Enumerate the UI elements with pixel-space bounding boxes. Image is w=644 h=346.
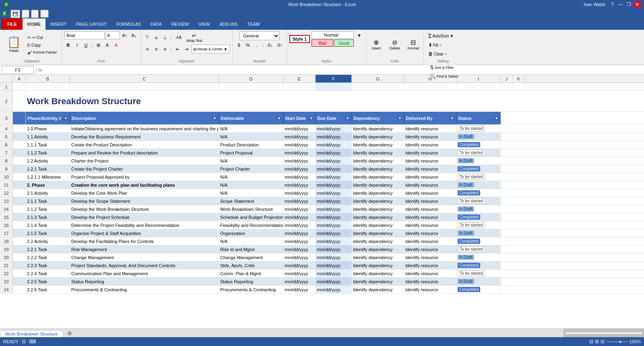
cell-due-12[interactable]: mm/dd/yyyy: [316, 189, 352, 197]
cell-b24[interactable]: [13, 286, 26, 293]
redo-button[interactable]: ↪: [31, 10, 39, 18]
cell-start-22[interactable]: mm/dd/yyyy: [283, 270, 316, 277]
paste-button[interactable]: 📋 Paste: [4, 33, 24, 55]
customize-qa-button[interactable]: ▼: [40, 10, 49, 18]
cell-by-7[interactable]: Identify resource: [404, 149, 456, 157]
sheet-tab-wbs[interactable]: Work Breakdown Structure: [0, 330, 63, 337]
cell-dep-23[interactable]: Identify dependency: [352, 278, 404, 285]
increase-font-button[interactable]: A↑: [121, 31, 129, 39]
cell-dep-7[interactable]: Identify dependency: [352, 149, 404, 157]
cell-e1[interactable]: [283, 83, 316, 91]
number-format-select[interactable]: General Number Currency Date Text: [239, 31, 280, 40]
cell-phase-18[interactable]: 2.2 Activity: [26, 237, 70, 245]
cell-by-14[interactable]: Identify resource: [404, 205, 456, 213]
cell-phase-12[interactable]: 2.1 Activity: [26, 189, 70, 197]
cell-due-19[interactable]: mm/dd/yyyy: [316, 245, 352, 253]
bad-style-button[interactable]: Bad: [312, 39, 333, 47]
cell-dep-21[interactable]: Identify dependency: [352, 262, 404, 269]
cell-by-23[interactable]: Identify resource: [404, 278, 456, 285]
cell-desc-10[interactable]: Project Proposal Approved by: [70, 173, 219, 181]
cell-b1[interactable]: [26, 83, 70, 91]
cell-start-17[interactable]: mm/dd/yyyy: [283, 229, 316, 237]
cell-status-11[interactable]: In Draft: [456, 181, 501, 189]
tab-home[interactable]: HOME: [23, 19, 45, 30]
tab-page-layout[interactable]: PAGE LAYOUT: [71, 19, 111, 30]
sort-filter-button[interactable]: ⇅ Sort & Filter: [428, 64, 460, 72]
align-right-button[interactable]: ≡: [161, 45, 169, 53]
cell-due-24[interactable]: mm/dd/yyyy: [316, 286, 352, 293]
cell-b15[interactable]: [13, 213, 26, 221]
cell-del-11[interactable]: N/A: [219, 181, 283, 189]
cell-due-8[interactable]: mm/dd/yyyy: [316, 157, 352, 165]
cell-b8[interactable]: [13, 157, 26, 165]
cell-due-4[interactable]: mm/dd/yyyy: [316, 125, 352, 132]
cell-status-16[interactable]: To be started: [456, 221, 501, 229]
cell-start-20[interactable]: mm/dd/yyyy: [283, 253, 316, 261]
cell-desc-23[interactable]: Status Reporting: [70, 278, 219, 285]
cell-b10[interactable]: [13, 173, 26, 181]
cell-b2[interactable]: Work Breakdown Structure: [26, 91, 428, 111]
cell-dep-24[interactable]: Identify dependency: [352, 286, 404, 293]
cell-phase-14[interactable]: 2.1.2 Task: [26, 205, 70, 213]
cell-desc-9[interactable]: Create the Project Charter: [70, 165, 219, 173]
cell-dep-11[interactable]: Identify dependency: [352, 181, 404, 189]
cell-dep-8[interactable]: Identify dependency: [352, 157, 404, 165]
cell-phase-20[interactable]: 2.2.2 Task: [26, 253, 70, 261]
add-sheet-button[interactable]: ⊕: [64, 329, 75, 337]
increase-indent-button[interactable]: ⇥: [182, 45, 190, 53]
cell-del-14[interactable]: Work Breakdown Structure: [219, 205, 283, 213]
align-middle-button[interactable]: ≡: [152, 34, 160, 42]
format-painter-button[interactable]: 🖌 Format Painter: [25, 49, 59, 56]
cell-del-10[interactable]: N/A: [219, 173, 283, 181]
cell-dep-5[interactable]: Identify dependency: [352, 133, 404, 140]
cell-status-24[interactable]: Completed: [456, 286, 501, 293]
cell-phase-15[interactable]: 2.1.3 Task: [26, 213, 70, 221]
cell-del-24[interactable]: Procurements & Contracting: [219, 286, 283, 293]
cell-phase-10[interactable]: 1.2.1.1 Milestone: [26, 173, 70, 181]
cell-dep-19[interactable]: Identify dependency: [352, 245, 404, 253]
formula-input[interactable]: [43, 67, 642, 73]
cell-del-23[interactable]: Status Reporting: [219, 278, 283, 285]
cell-desc-19[interactable]: Risk Management: [70, 245, 219, 253]
insert-cells-button[interactable]: ⊕ Insert: [369, 38, 384, 51]
cell-b21[interactable]: [13, 262, 26, 269]
cell-start-6[interactable]: mm/dd/yyyy: [283, 141, 316, 148]
cell-by-12[interactable]: Identify resource: [404, 189, 456, 197]
cell-b14[interactable]: [13, 205, 26, 213]
cell-desc-7[interactable]: Prepare and Review the Product descripti…: [70, 149, 219, 157]
currency-button[interactable]: $: [235, 41, 243, 49]
cell-phase-23[interactable]: 2.2.5 Task: [26, 278, 70, 285]
tab-team[interactable]: TEAM: [243, 19, 265, 30]
cut-button[interactable]: ✂ ✂ Cut: [25, 34, 59, 41]
align-bottom-button[interactable]: ⊥: [161, 34, 169, 42]
cell-start-13[interactable]: mm/dd/yyyy: [283, 197, 316, 205]
cell-by-11[interactable]: Identify resource: [404, 181, 456, 189]
cell-by-22[interactable]: Identify resource: [404, 270, 456, 277]
style1-button[interactable]: Style 1: [289, 35, 310, 43]
cell-del-8[interactable]: N/A: [219, 157, 283, 165]
cell-status-13[interactable]: To be started: [456, 197, 501, 205]
col-header-a[interactable]: A: [13, 75, 26, 82]
good-style-button[interactable]: Good: [334, 39, 354, 47]
cell-desc-22[interactable]: Communication Plan and Management: [70, 270, 219, 277]
col-header-e[interactable]: E: [283, 75, 316, 82]
bold-button[interactable]: B: [64, 41, 72, 49]
cell-del-6[interactable]: Product Description: [219, 141, 283, 148]
cell-phase-16[interactable]: 2.1.4 Task: [26, 221, 70, 229]
name-box[interactable]: [2, 66, 34, 74]
cell-status-8[interactable]: In Draft: [456, 157, 501, 165]
view-layout-icon[interactable]: ⊞: [595, 339, 599, 344]
cell-by-6[interactable]: Identify resource: [404, 141, 456, 148]
cell-dep-4[interactable]: Identify dependency: [352, 125, 404, 132]
cell-b23[interactable]: [13, 278, 26, 285]
cell-start-21[interactable]: mm/dd/yyyy: [283, 262, 316, 269]
tab-addins[interactable]: ADD-INS: [215, 19, 242, 30]
cell-b17[interactable]: [13, 229, 26, 237]
cell-due-9[interactable]: mm/dd/yyyy: [316, 165, 352, 173]
cell-status-15[interactable]: Completed: [456, 213, 501, 221]
cell-desc-24[interactable]: Procurements & Contracting: [70, 286, 219, 293]
decrease-font-button[interactable]: A↓: [130, 31, 138, 39]
cell-status-23[interactable]: In Draft: [456, 278, 501, 285]
cell-desc-16[interactable]: Determine the Project Feasibility and Re…: [70, 221, 219, 229]
cell-phase-24[interactable]: 2.2.6 Task: [26, 286, 70, 293]
